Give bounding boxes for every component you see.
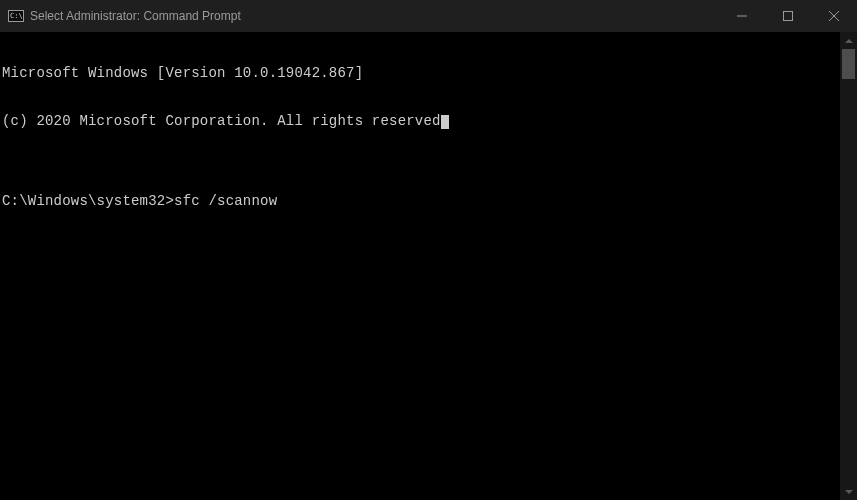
svg-marker-6 (845, 39, 853, 43)
svg-rect-3 (784, 12, 793, 21)
window-title: Select Administrator: Command Prompt (30, 9, 241, 23)
command-text: sfc /scannow (174, 193, 277, 209)
copyright-line: (c) 2020 Microsoft Corporation. All righ… (2, 113, 857, 129)
svg-marker-7 (845, 490, 853, 494)
maximize-button[interactable] (765, 0, 811, 32)
prompt-line: C:\Windows\system32>sfc /scannow (2, 193, 857, 209)
minimize-button[interactable] (719, 0, 765, 32)
close-button[interactable] (811, 0, 857, 32)
scroll-up-button[interactable] (840, 32, 857, 49)
vertical-scrollbar[interactable] (840, 32, 857, 500)
scroll-down-button[interactable] (840, 483, 857, 500)
terminal-output[interactable]: Microsoft Windows [Version 10.0.19042.86… (0, 32, 857, 500)
cmd-icon: C:\ (8, 8, 24, 24)
copyright-text-pre: (c) 2020 Microsoft Corporation. All righ… (2, 113, 441, 129)
scroll-thumb[interactable] (842, 49, 855, 79)
titlebar[interactable]: C:\ Select Administrator: Command Prompt (0, 0, 857, 32)
prompt-path: C:\Windows\system32> (2, 193, 174, 209)
svg-text:C:\: C:\ (10, 12, 23, 20)
selection-cursor-block (441, 115, 449, 129)
version-line: Microsoft Windows [Version 10.0.19042.86… (2, 65, 857, 81)
